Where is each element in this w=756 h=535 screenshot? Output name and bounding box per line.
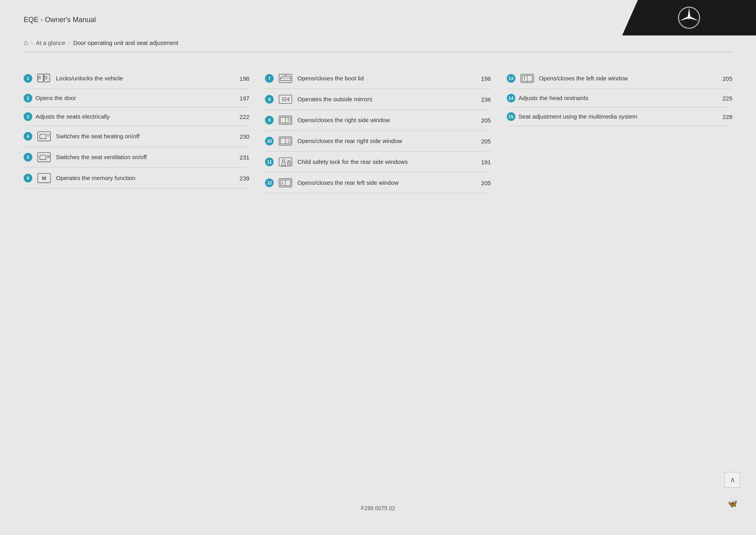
- chevron-up-icon: ∧: [730, 476, 735, 484]
- list-item: 4 Switches the seat heating on/off 230: [24, 126, 249, 147]
- list-item: 3 Adjusts the seats electrically 222: [24, 108, 249, 126]
- item-number-13: 13: [507, 74, 515, 83]
- footer: F295 0075 02: [0, 505, 756, 511]
- list-item: 12 Opens/closes the rear left side windo…: [265, 173, 491, 193]
- scroll-up-button[interactable]: ∧: [724, 472, 740, 488]
- item-page-10[interactable]: 205: [475, 138, 491, 145]
- list-item: 15 Seat adjustment using the multimedia …: [507, 108, 732, 126]
- list-item: 13 Opens/closes the left side window 205: [507, 68, 732, 89]
- list-item: 14 Adjusts the head restraints 225: [507, 89, 732, 108]
- item-number-6: 6: [24, 174, 32, 182]
- item-text-10: Opens/closes the rear right side window: [297, 137, 472, 145]
- svg-point-25: [285, 97, 286, 98]
- item-text-2: Opens the door: [35, 94, 230, 102]
- child-lock-icon: [278, 156, 293, 167]
- header: EQE - Owner's Manual ⌂ › At a glance › D…: [0, 0, 756, 52]
- list-item: 2 Opens the door 197: [24, 89, 249, 108]
- column-1: 1 Locks/unlocks the vehicle 198 2 Opens …: [24, 68, 249, 193]
- lock-icon: [37, 73, 51, 84]
- item-page-8[interactable]: 236: [475, 96, 491, 103]
- item-page-12[interactable]: 205: [475, 180, 491, 186]
- svg-point-43: [289, 163, 289, 163]
- separator-2: ›: [69, 40, 70, 46]
- item-page-6[interactable]: 239: [233, 175, 249, 182]
- item-page-11[interactable]: 191: [475, 159, 491, 165]
- column-2: 7 Opens/closes the boot lid 198 8: [265, 68, 491, 193]
- svg-point-24: [284, 97, 285, 98]
- list-item: 10 Opens/closes the rear right side wind…: [265, 131, 491, 152]
- item-page-7[interactable]: 198: [475, 75, 491, 82]
- item-page-3[interactable]: 222: [233, 113, 249, 120]
- item-text-14: Adjusts the head restraints: [519, 94, 713, 102]
- list-item: 1 Locks/unlocks the vehicle 198: [24, 68, 249, 89]
- svg-text:M: M: [42, 176, 46, 181]
- item-number-2: 2: [24, 94, 32, 102]
- item-text-15: Seat adjustment using the multimedia sys…: [519, 113, 713, 121]
- item-number-1: 1: [24, 74, 32, 83]
- item-page-15[interactable]: 228: [717, 113, 732, 120]
- item-number-8: 8: [265, 95, 274, 104]
- list-item: 9 Opens/closes the right side window 205: [265, 110, 491, 131]
- item-text-13: Opens/closes the left side window: [539, 74, 713, 82]
- item-number-3: 3: [24, 112, 32, 121]
- item-page-4[interactable]: 230: [233, 133, 249, 140]
- home-icon[interactable]: ⌂: [24, 39, 28, 47]
- svg-point-26: [282, 99, 283, 100]
- item-text-12: Opens/closes the rear left side window: [297, 179, 472, 187]
- svg-rect-20: [280, 78, 291, 78]
- svg-point-41: [282, 160, 285, 162]
- item-text-11: Child safety lock for the rear side wind…: [297, 158, 472, 166]
- memory-icon: M: [37, 173, 51, 184]
- item-number-14: 14: [507, 94, 515, 102]
- item-number-9: 9: [265, 116, 274, 124]
- item-page-2[interactable]: 197: [233, 95, 249, 102]
- svg-point-30: [284, 100, 285, 101]
- item-text-6: Operates the memory function: [56, 174, 230, 182]
- item-number-4: 4: [24, 132, 32, 141]
- item-number-5: 5: [24, 153, 32, 162]
- separator-1: ›: [31, 40, 33, 46]
- item-number-12: 12: [265, 178, 274, 187]
- column-3: 13 Opens/closes the left side window 205…: [507, 68, 732, 193]
- bookmark-button[interactable]: 🦋: [724, 496, 740, 511]
- item-page-14[interactable]: 225: [717, 95, 732, 102]
- bookmark-icon: 🦋: [728, 499, 737, 508]
- item-number-15: 15: [507, 112, 515, 121]
- item-text-5: Switches the seat ventilation on/off: [56, 153, 230, 161]
- item-number-7: 7: [265, 74, 274, 83]
- item-page-9[interactable]: 205: [475, 117, 491, 124]
- list-item: 7 Opens/closes the boot lid 198: [265, 68, 491, 89]
- item-text-9: Opens/closes the right side window: [297, 116, 472, 124]
- svg-point-27: [284, 99, 285, 100]
- svg-point-28: [285, 99, 286, 100]
- seat-vent-icon: [37, 152, 51, 163]
- svg-rect-9: [45, 76, 47, 79]
- item-text-7: Opens/closes the boot lid: [297, 74, 472, 82]
- svg-point-31: [285, 100, 286, 101]
- seat-heat-icon: [37, 131, 51, 142]
- footer-code: F295 0075 02: [361, 505, 395, 511]
- item-page-1[interactable]: 198: [233, 75, 249, 82]
- item-text-4: Switches the seat heating on/off: [56, 132, 230, 140]
- breadcrumb-current: Door operating unit and seat adjustment: [73, 39, 178, 46]
- main-content: 1 Locks/unlocks the vehicle 198 2 Opens …: [0, 52, 756, 209]
- svg-point-29: [282, 100, 283, 101]
- list-item: 11 Child safety lock for the rear side w…: [265, 152, 491, 173]
- window-right-icon: [278, 115, 293, 126]
- window-rear-right-icon: [278, 136, 293, 147]
- boot-icon: [278, 73, 293, 84]
- list-item: 5 Switches the seat ventilation on/off 2…: [24, 147, 249, 168]
- item-text-1: Locks/unlocks the vehicle: [56, 74, 230, 82]
- breadcrumb: ⌂ › At a glance › Door operating unit an…: [24, 35, 732, 52]
- app-title: EQE - Owner's Manual: [24, 16, 96, 24]
- svg-point-7: [39, 77, 40, 78]
- item-number-10: 10: [265, 137, 274, 145]
- item-page-13[interactable]: 205: [717, 75, 732, 82]
- item-page-5[interactable]: 231: [233, 154, 249, 161]
- item-number-11: 11: [265, 158, 274, 166]
- list-item: 8 Operates the outside mirrors: [265, 89, 491, 110]
- mercedes-logo: [677, 6, 701, 30]
- mirror-icon: [278, 94, 293, 105]
- breadcrumb-at-a-glance[interactable]: At a glance: [36, 39, 65, 46]
- item-text-3: Adjusts the seats electrically: [35, 113, 230, 121]
